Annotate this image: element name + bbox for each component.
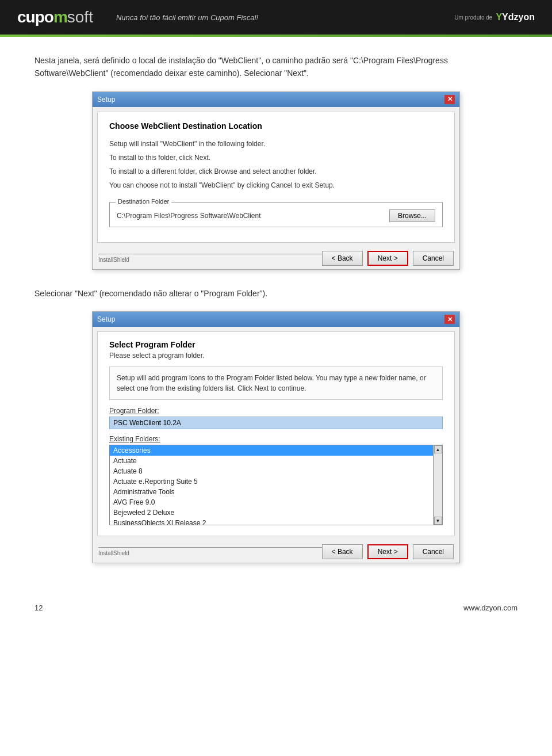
back-button-2[interactable]: < Back [322, 544, 363, 559]
between-text: Selecionar "Next" (recomendado não alter… [34, 287, 518, 300]
destination-legend: Destination Folder [116, 198, 171, 205]
dialog1-footer-buttons: < Back Next > Cancel [322, 251, 454, 266]
pf-field-label: Program Folder: [109, 407, 443, 415]
cancel-button-1[interactable]: Cancel [413, 251, 454, 266]
close-button-1[interactable]: ✕ [444, 95, 455, 104]
pf-info-text: Setup will add program icons to the Prog… [117, 373, 435, 394]
next-button-1[interactable]: Next > [367, 251, 408, 266]
dialog2-body: Select Program Folder Please select a pr… [97, 331, 455, 536]
installshield-label-2: InstallShield [98, 547, 322, 556]
dialog1-info3: To install to a different folder, click … [109, 166, 443, 177]
cancel-button-2[interactable]: Cancel [413, 544, 454, 559]
dialog1-body: Choose WebClient Destination Location Se… [97, 112, 455, 243]
close-button-2[interactable]: ✕ [444, 315, 455, 324]
dialog1-section-title: Choose WebClient Destination Location [109, 121, 443, 131]
list-item[interactable]: BusinessObjects XI Release 2 [110, 518, 433, 525]
footer-site: www.dzyon.com [463, 604, 518, 612]
dialog2-section-title: Select Program Folder [109, 340, 443, 349]
browse-button[interactable]: Browse... [389, 209, 435, 222]
dialog1-info4: You can choose not to install "WebClient… [109, 180, 443, 190]
list-item[interactable]: AVG Free 9.0 [110, 497, 433, 507]
pf-existing-label: Existing Folders: [109, 435, 443, 443]
dialog1-info2: To install to this folder, click Next. [109, 152, 443, 163]
dialog2-section-subtitle: Please select a program folder. [109, 352, 443, 360]
dialog1-info1: Setup will install "WebClient" in the fo… [109, 139, 443, 149]
logo: cupom soft [17, 8, 93, 26]
header: cupom soft Nunca foi tão fácil emitir um… [0, 0, 552, 35]
installshield-label-1: InstallShield [98, 254, 322, 263]
pf-info-box: Setup will add program icons to the Prog… [109, 366, 443, 400]
dialog1-footer: InstallShield < Back Next > Cancel [93, 247, 459, 269]
destination-folder-group: Destination Folder C:\Program Files\Prog… [109, 202, 443, 227]
page-number: 12 [34, 604, 43, 612]
pf-list-container: Accessories Actuate Actuate 8 Actuate e.… [109, 445, 443, 525]
destination-folder-row: C:\Program Files\Progress Software\WebCl… [117, 209, 435, 222]
list-item[interactable]: Accessories [110, 445, 433, 456]
scroll-up-button[interactable]: ▲ [434, 445, 442, 453]
logo-soft: soft [67, 8, 93, 26]
scroll-track [434, 453, 442, 517]
logo-text: cupom [17, 8, 67, 26]
list-item[interactable]: Administrative Tools [110, 487, 433, 497]
dialog2-footer: InstallShield < Back Next > Cancel [93, 541, 459, 563]
um-produto-label: Um produto de [454, 14, 492, 21]
header-tagline: Nunca foi tão fácil emitir um Cupom Fisc… [116, 13, 258, 22]
titlebar-2: Setup ✕ [93, 312, 459, 327]
pf-scrollbar: ▲ ▼ [434, 445, 443, 525]
pf-existing-folders-list[interactable]: Accessories Actuate Actuate 8 Actuate e.… [109, 445, 434, 525]
list-item[interactable]: Bejeweled 2 Deluxe [110, 507, 433, 518]
scroll-down-button[interactable]: ▼ [434, 517, 442, 525]
titlebar-1: Setup ✕ [93, 92, 459, 107]
setup-dialog-1: Setup ✕ Choose WebClient Destination Loc… [92, 91, 460, 270]
intro-text: Nesta janela, será definido o local de i… [34, 54, 518, 80]
page-footer: 12 www.dzyon.com [0, 598, 552, 618]
next-button-2[interactable]: Next > [367, 544, 408, 559]
program-folder-input[interactable] [109, 417, 443, 429]
dialog2-title: Setup [97, 315, 115, 323]
back-button-1[interactable]: < Back [322, 251, 363, 266]
dialog2-footer-buttons: < Back Next > Cancel [322, 544, 454, 559]
header-right: Um produto de YYdzyon [454, 12, 535, 22]
list-item[interactable]: Actuate [110, 456, 433, 466]
list-item[interactable]: Actuate e.Reporting Suite 5 [110, 476, 433, 487]
list-item[interactable]: Actuate 8 [110, 466, 433, 476]
main-content: Nesta janela, será definido o local de i… [0, 37, 552, 592]
setup-dialog-2: Setup ✕ Select Program Folder Please sel… [92, 311, 460, 563]
dialog1-title: Setup [97, 96, 115, 104]
dzyon-logo: YYdzyon [496, 12, 535, 22]
destination-path: C:\Program Files\Progress Software\WebCl… [117, 212, 261, 220]
